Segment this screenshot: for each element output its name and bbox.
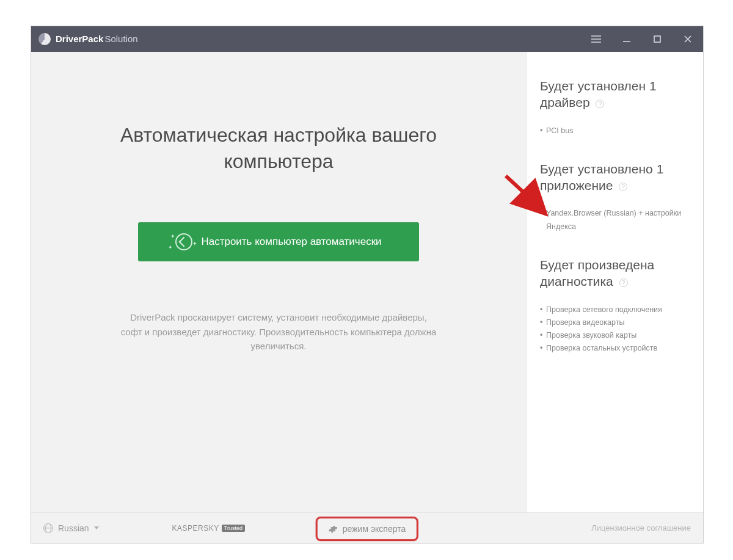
gear-icon (329, 525, 338, 534)
app-logo: DriverPackSolution (31, 33, 138, 45)
minimize-button[interactable] (611, 26, 642, 52)
maximize-button[interactable] (642, 26, 673, 52)
expert-mode-label: режим эксперта (343, 524, 406, 534)
kaspersky-badge: KASPERSKY Trusted (172, 524, 245, 533)
main-panel: Автоматическая настройка вашего компьюте… (31, 52, 526, 512)
language-selector[interactable]: Russian (43, 523, 99, 533)
license-link[interactable]: Лицензионное соглашение (591, 523, 691, 533)
hamburger-icon (591, 35, 601, 43)
globe-icon (43, 523, 53, 533)
help-icon[interactable]: ? (596, 100, 604, 108)
logo-icon (38, 33, 51, 45)
svg-rect-0 (654, 36, 660, 42)
cta-label: Настроить компьютер автоматически (201, 236, 381, 248)
list-item: Yandex.Browser (Russian) + настройки Янд… (540, 207, 690, 233)
footer: Russian KASPERSKY Trusted режим эксперта… (31, 512, 703, 543)
auto-configure-button[interactable]: ✦✦✦ Настроить компьютер автоматически (138, 222, 419, 261)
help-icon[interactable]: ? (619, 278, 628, 287)
list-item: Проверка видеокарты (540, 316, 690, 329)
close-icon (684, 35, 691, 43)
brand-name-bold: DriverPack (56, 34, 103, 44)
language-label: Russian (58, 523, 89, 533)
apps-heading: Будет установлено 1 приложение ? (540, 161, 690, 194)
brand-name-light: Solution (104, 34, 137, 44)
menu-button[interactable] (581, 26, 611, 52)
titlebar: DriverPackSolution (31, 26, 703, 52)
description-text: DriverPack просканирует систему, установ… (120, 310, 437, 353)
expert-mode-button[interactable]: режим эксперта (316, 517, 418, 541)
close-button[interactable] (673, 26, 703, 52)
minimize-icon (622, 35, 631, 43)
list-item: Проверка сетевого подключения (540, 304, 690, 316)
content-area: Автоматическая настройка вашего компьюте… (31, 52, 703, 512)
list-item: Проверка звуковой карты (540, 329, 690, 342)
diagnostics-list: Проверка сетевого подключения Проверка в… (540, 304, 690, 355)
maximize-icon (654, 35, 661, 43)
disc-icon: ✦✦✦ (175, 233, 192, 250)
chevron-down-icon (94, 526, 99, 529)
drivers-heading: Будет установлен 1 драйвер ? (540, 78, 690, 111)
app-window: DriverPackSolution Автоматическая настро… (31, 26, 704, 544)
list-item: PCI bus (540, 125, 690, 137)
page-title: Автоматическая настройка вашего компьюте… (108, 122, 450, 175)
drivers-list: PCI bus (540, 125, 690, 137)
diagnostics-heading: Будет произведена диагностика ? (540, 256, 690, 290)
apps-list: Yandex.Browser (Russian) + настройки Янд… (540, 207, 690, 233)
help-icon[interactable]: ? (619, 183, 627, 191)
sidebar: Будет установлен 1 драйвер ? PCI bus Буд… (526, 52, 703, 512)
list-item: Проверка остальных устройств (540, 342, 690, 355)
